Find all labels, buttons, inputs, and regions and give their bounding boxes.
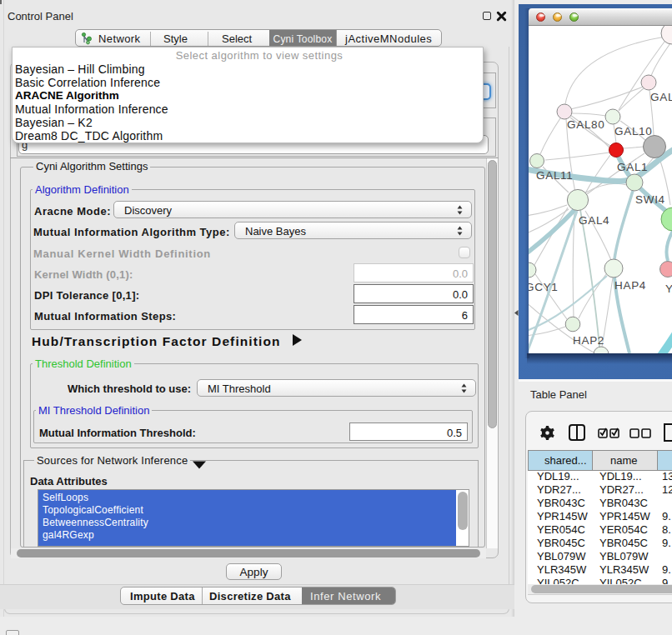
svg-text:HAP2: HAP2 xyxy=(573,334,604,347)
svg-text:GAL1: GAL1 xyxy=(617,161,648,173)
svg-text:GAL80: GAL80 xyxy=(567,118,605,131)
svg-text:GCY1: GCY1 xyxy=(529,281,559,293)
svg-text:YJ: YJ xyxy=(665,282,672,295)
svg-text:GAL11: GAL11 xyxy=(536,169,574,182)
svg-text:HAP4: HAP4 xyxy=(614,279,646,292)
svg-text:GAL10: GAL10 xyxy=(614,125,653,138)
svg-text:GAL7: GAL7 xyxy=(650,91,672,103)
svg-text:GAL4: GAL4 xyxy=(579,214,609,227)
svg-text:SWI4: SWI4 xyxy=(635,193,665,206)
